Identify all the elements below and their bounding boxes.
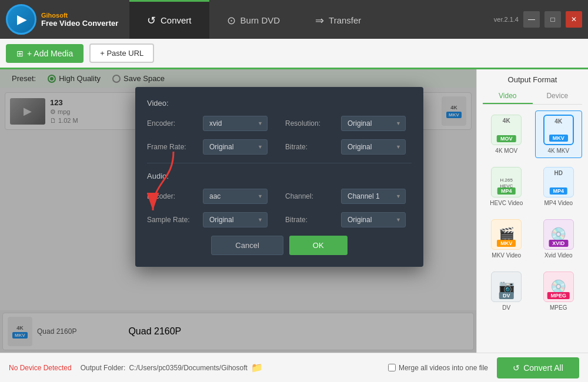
format-name-4k-mov: 4K MOV	[495, 148, 517, 154]
format-icon-xvid-video: 💿 XVID	[543, 219, 574, 250]
maximize-button[interactable]: □	[544, 11, 561, 28]
format-tabs: Video Device	[483, 89, 582, 105]
audio-bitrate-select[interactable]: Original 320k 128k	[341, 212, 406, 227]
format-name-hd-mp4: MP4 Video	[544, 200, 573, 206]
ok-button[interactable]: OK	[289, 236, 348, 255]
output-folder-label: Output Folder:	[81, 364, 126, 372]
dialog-video-row1: Encoder: xvid h264 h265 Resolution: Orig…	[147, 116, 412, 131]
burn-dvd-icon: ⊙	[227, 14, 236, 27]
merge-label: Merge all videos into one file	[399, 364, 488, 372]
add-media-icon: ⊞	[16, 49, 24, 58]
format-name-hevc-mp4: HEVC Video	[490, 200, 523, 206]
cancel-button[interactable]: Cancel	[211, 236, 283, 255]
brand-name: Gihosoft	[41, 12, 118, 19]
dialog-video-row2: Frame Rate: Original 24 30 Bitrate: Orig…	[147, 139, 412, 155]
merge-checkbox[interactable]	[388, 364, 396, 371]
audio-section-title: Audio:	[147, 172, 412, 180]
video-bitrate-label: Bitrate:	[285, 143, 335, 151]
paste-url-label: + Paste URL	[100, 49, 143, 58]
tab-burn-dvd[interactable]: ⊙ Burn DVD	[209, 0, 298, 39]
audio-encoder-select[interactable]: aac mp3 ac3	[203, 189, 268, 204]
framerate-wrapper: Original 24 30	[203, 139, 268, 155]
samplerate-select[interactable]: Original 44100 48000	[203, 212, 268, 227]
transfer-icon: ⇒	[315, 14, 324, 27]
output-folder-row: Output Folder: C:/Users/pc0359/Documents…	[81, 362, 379, 373]
close-button[interactable]: ✕	[566, 11, 582, 28]
audio-bitrate-label: Bitrate:	[285, 216, 335, 224]
format-dv[interactable]: 📷 DV DV	[483, 267, 530, 315]
red-arrow	[147, 146, 182, 219]
logo-area: ▶ Gihosoft Free Video Converter	[0, 4, 129, 35]
tab-burn-dvd-label: Burn DVD	[240, 15, 280, 25]
format-name-xvid-video: Xvid Video	[544, 252, 573, 259]
format-icon-4k-mov: 4K MOV	[491, 115, 522, 145]
format-4k-mkv[interactable]: 4K MKV 4K MKV	[535, 110, 583, 158]
main-area: Preset: High Quality Save Space ▶ 12	[0, 69, 588, 353]
video-section-title: Video:	[147, 99, 412, 108]
format-mpeg[interactable]: 💿 MPEG MPEG	[535, 267, 583, 315]
format-icon-4k-mkv: 4K MKV	[543, 115, 574, 145]
format-grid: 4K MOV 4K MOV 4K MKV 4K MKV H.265HEVC MP…	[483, 110, 582, 315]
dialog-divider	[147, 163, 412, 163]
convert-all-button[interactable]: ↺ Convert All	[497, 357, 579, 378]
audio-encoder-wrapper: aac mp3 ac3	[203, 189, 268, 204]
format-4k-mov[interactable]: 4K MOV 4K MOV	[483, 110, 530, 158]
format-name-mkv-video: MKV Video	[492, 252, 521, 259]
dialog-overlay: Video: Encoder: xvid h264 h265 Resolutio…	[0, 69, 476, 353]
format-icon-hd-mp4: HD MP4	[543, 167, 574, 197]
format-icon-hevc-mp4: H.265HEVC MP4	[491, 167, 522, 197]
encoder-label: Encoder:	[147, 119, 197, 128]
format-mkv-video[interactable]: 🎬 MKV MKV Video	[483, 215, 530, 263]
dialog-buttons: Cancel OK	[147, 236, 412, 255]
merge-option: Merge all videos into one file	[388, 364, 488, 372]
video-encoder-wrapper: xvid h264 h265	[203, 116, 268, 131]
folder-icon[interactable]: 📁	[251, 362, 263, 373]
dialog-audio-row1: Encoder: aac mp3 ac3 Channel: Channel 1 …	[147, 189, 412, 204]
nav-tabs: ↺ Convert ⊙ Burn DVD ⇒ Transfer	[129, 0, 488, 39]
settings-dialog: Video: Encoder: xvid h264 h265 Resolutio…	[135, 87, 423, 267]
convert-all-icon: ↺	[513, 363, 520, 373]
video-bitrate-select[interactable]: Original 8000k	[341, 139, 406, 155]
channel-label: Channel:	[285, 192, 335, 200]
format-name-dv: DV	[502, 304, 510, 311]
format-icon-mpeg: 💿 MPEG	[543, 272, 574, 302]
format-icon-dv: 📷 DV	[491, 272, 522, 302]
video-encoder-select[interactable]: xvid h264 h265	[203, 116, 268, 131]
title-bar: ▶ Gihosoft Free Video Converter ↺ Conver…	[0, 0, 588, 39]
format-name-mpeg: MPEG	[550, 304, 567, 311]
add-media-button[interactable]: ⊞ + Add Media	[6, 44, 83, 63]
tab-transfer[interactable]: ⇒ Transfer	[298, 0, 379, 39]
format-tab-video[interactable]: Video	[483, 89, 533, 104]
output-format-title: Output Format	[483, 75, 582, 84]
samplerate-wrapper: Original 44100 48000	[203, 212, 268, 227]
no-device-label: No Device Detected	[9, 364, 72, 372]
status-bar: No Device Detected Output Folder: C:/Use…	[0, 353, 588, 382]
format-xvid-video[interactable]: 💿 XVID Xvid Video	[535, 215, 583, 263]
format-panel: Output Format Video Device 4K MOV 4K MOV…	[476, 69, 588, 353]
tab-convert[interactable]: ↺ Convert	[129, 0, 209, 39]
product-name: Free Video Converter	[41, 19, 118, 28]
format-hevc-mp4[interactable]: H.265HEVC MP4 HEVC Video	[483, 163, 530, 210]
output-path: C:/Users/pc0359/Documents/Gihosoft	[129, 364, 247, 372]
resolution-select[interactable]: Original 1920x1080 1280x720	[341, 116, 406, 131]
convert-icon: ↺	[147, 14, 156, 27]
audio-bitrate-wrapper: Original 320k 128k	[341, 212, 406, 227]
convert-all-label: Convert All	[523, 363, 563, 373]
channel-wrapper: Channel 1 Channel 2 Stereo	[341, 189, 406, 204]
format-icon-mkv-video: 🎬 MKV	[491, 219, 522, 250]
tab-convert-label: Convert	[161, 15, 192, 25]
format-tab-device[interactable]: Device	[533, 89, 583, 104]
framerate-select[interactable]: Original 24 30	[203, 139, 268, 155]
title-bar-right: ver.2.1.4 — □ ✕	[488, 11, 588, 28]
dialog-audio-row2: Sample Rate: Original 44100 48000 Bitrat…	[147, 212, 412, 227]
format-name-4k-mkv: 4K MKV	[547, 148, 569, 154]
channel-select[interactable]: Channel 1 Channel 2 Stereo	[341, 189, 406, 204]
minimize-button[interactable]: —	[523, 11, 540, 28]
version-label: ver.2.1.4	[494, 16, 519, 23]
format-hd-mp4[interactable]: HD MP4 MP4 Video	[535, 163, 583, 210]
resolution-wrapper: Original 1920x1080 1280x720	[341, 116, 406, 131]
paste-url-button[interactable]: + Paste URL	[89, 43, 154, 63]
toolbar: ⊞ + Add Media + Paste URL	[0, 39, 588, 69]
tab-transfer-label: Transfer	[329, 15, 361, 25]
video-bitrate-wrapper: Original 8000k	[341, 139, 406, 155]
